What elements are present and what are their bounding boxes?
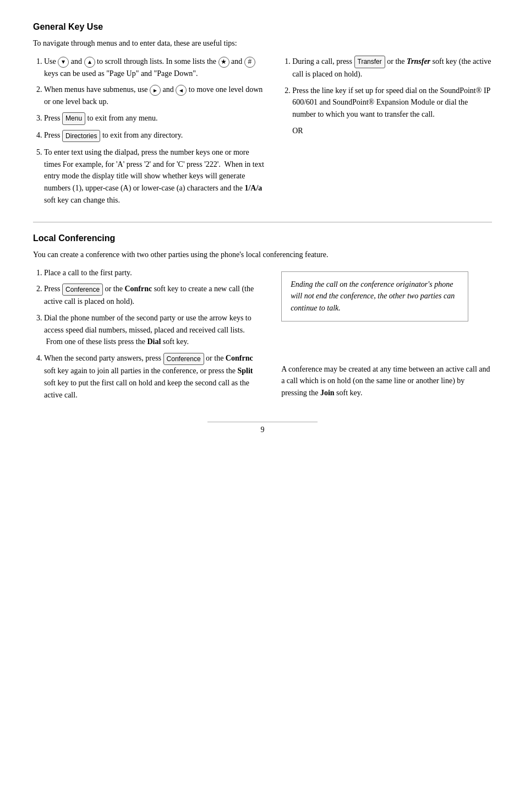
or-label: OR (292, 125, 492, 137)
transfer-key: Transfer (354, 56, 385, 68)
directories-key: Directories (62, 130, 100, 143)
list-item: When the second party answers, press Con… (44, 352, 265, 401)
general-left-list: Use ▾ and ▴ to scroll through lists. In … (33, 56, 265, 206)
general-key-use-title: General Key Use (33, 22, 492, 32)
conferencing-intro: You can create a conference with two oth… (33, 249, 492, 260)
conferencing-left-list: Place a call to the first party. Press C… (33, 267, 265, 401)
list-item: Press Conference or the Confrnc soft key… (44, 283, 265, 308)
right-arrow-icon: ▸ (150, 85, 161, 96)
general-key-use-section: General Key Use To navigate through menu… (33, 22, 492, 211)
menu-key: Menu (62, 112, 85, 125)
list-item: To enter text using the dialpad, press t… (44, 146, 265, 206)
local-conferencing-title: Local Conferencing (33, 233, 492, 243)
conference-key-2: Conference (163, 353, 204, 366)
conference-note-box: Ending the call on the conference origin… (281, 271, 468, 321)
one-a-key: 1/A/a (244, 184, 262, 192)
conferencing-right-col: Ending the call on the conference origin… (281, 267, 492, 406)
list-item: Use ▾ and ▴ to scroll through lists. In … (44, 56, 265, 79)
list-item: Place a call to the first party. (44, 267, 265, 279)
section-divider (33, 222, 492, 222)
general-two-col: Use ▾ and ▴ to scroll through lists. In … (33, 56, 492, 211)
list-item: Press the line key if set up for speed d… (292, 85, 492, 137)
left-arrow-icon: ◂ (176, 85, 187, 96)
star-key: ★ (218, 57, 229, 68)
hash-key: # (244, 57, 255, 68)
up-arrow-icon: ▴ (84, 57, 95, 68)
local-conferencing-section: Local Conferencing You can create a conf… (33, 233, 492, 406)
conferencing-two-col: Place a call to the first party. Press C… (33, 267, 492, 406)
conferencing-right-para: A conference may be created at any time … (281, 363, 492, 399)
down-arrow-icon: ▾ (58, 57, 69, 68)
conference-key-1: Conference (62, 284, 103, 296)
list-item: During a call, press Transfer or the Trn… (292, 56, 492, 80)
footer-divider (207, 422, 318, 422)
general-right-col: During a call, press Transfer or the Trn… (281, 56, 492, 211)
page-number: 9 (261, 426, 265, 434)
list-item: Dial the phone number of the second part… (44, 312, 265, 348)
general-left-col: Use ▾ and ▴ to scroll through lists. In … (33, 56, 265, 211)
conferencing-left-col: Place a call to the first party. Press C… (33, 267, 265, 406)
general-intro: To navigate through menus and to enter d… (33, 37, 492, 49)
list-item: Press Menu to exit from any menu. (44, 112, 265, 125)
page-number-row: 9 (33, 422, 492, 434)
list-item: When menus have submenus, use ▸ and ◂ to… (44, 84, 265, 107)
list-item: Press Directories to exit from any direc… (44, 129, 265, 142)
general-right-list: During a call, press Transfer or the Trn… (281, 56, 492, 137)
